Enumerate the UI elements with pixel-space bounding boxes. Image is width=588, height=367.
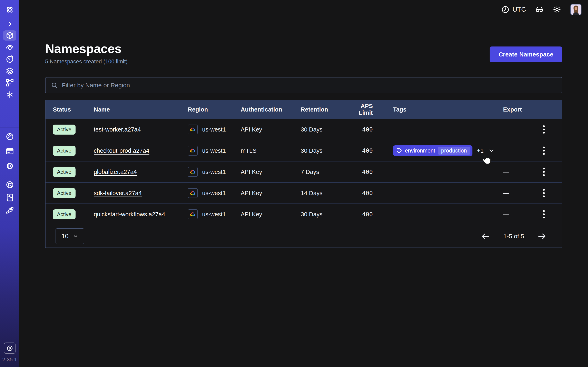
tag-value: production: [438, 147, 470, 155]
billing-badge-dollar-icon[interactable]: [4, 342, 16, 354]
namespace-link[interactable]: quickstart-workflows.a27a4: [94, 211, 165, 217]
topbar: UTC: [19, 0, 588, 19]
col-header-tags: Tags: [373, 106, 503, 113]
col-header-export: Export: [503, 106, 531, 113]
sidebar-item-asterisk-icon[interactable]: [0, 89, 19, 100]
chevron-down-icon: [73, 234, 78, 239]
export-value: —: [503, 169, 531, 175]
aps-limit-value: 400: [346, 190, 373, 197]
gcp-cloud-icon: [188, 188, 198, 198]
col-header-retention: Retention: [301, 106, 346, 113]
status-badge: Active: [53, 209, 76, 219]
export-value: —: [503, 190, 531, 197]
create-namespace-button[interactable]: Create Namespace: [490, 47, 562, 62]
status-badge: Active: [53, 146, 76, 156]
app-version: 2.35.1: [0, 356, 19, 363]
sidebar-divider: [0, 175, 19, 175]
export-value: —: [503, 126, 531, 133]
gcp-cloud-icon: [188, 209, 198, 219]
sidebar-item-gauge-icon[interactable]: [0, 129, 19, 144]
search-icon: [51, 82, 58, 89]
next-page-arrow-icon[interactable]: [537, 232, 546, 241]
auth-value: API Key: [241, 169, 301, 175]
table-row: Active quickstart-workflows.a27a4 us-wes…: [45, 203, 562, 225]
temporal-logo-icon[interactable]: [0, 5, 19, 15]
namespace-link[interactable]: globalizer.a27a4: [94, 169, 137, 175]
page-title: Namespaces: [45, 42, 128, 56]
prev-page-arrow-icon[interactable]: [481, 232, 490, 241]
gcp-cloud-icon: [188, 146, 198, 156]
theme-sun-icon[interactable]: [553, 6, 561, 14]
status-badge: Active: [53, 125, 76, 134]
sidebar-item-layers-icon[interactable]: [0, 65, 19, 77]
clock-icon: [501, 6, 509, 14]
sidebar-item-gear-icon[interactable]: [0, 159, 19, 173]
sidebar-item-rocket-icon[interactable]: [0, 204, 19, 216]
col-header-status: Status: [53, 106, 94, 113]
tag-icon: [396, 148, 402, 154]
filter-input[interactable]: [62, 82, 557, 89]
status-badge: Active: [53, 167, 76, 177]
auth-value: API Key: [241, 126, 301, 133]
tags-expand-chevron-icon[interactable]: [488, 147, 495, 154]
namespace-link[interactable]: sdk-failover.a27a4: [94, 190, 142, 196]
table-pagination: 10 1-5 of 5: [45, 225, 562, 248]
col-header-authentication: Authentication: [241, 106, 301, 113]
namespace-link[interactable]: test-worker.a27a4: [94, 126, 141, 133]
table-row: Active globalizer.a27a4 us-west1 API Key…: [45, 161, 562, 182]
page-size-select[interactable]: 10: [56, 228, 84, 244]
sidebar-item-lifebuoy-icon[interactable]: [0, 178, 19, 191]
retention-value: 30 Days: [301, 211, 346, 218]
timezone-selector[interactable]: UTC: [501, 6, 526, 14]
table-row: Active checkout-prod.a27a4 us-west1 mTLS…: [45, 140, 562, 161]
filter-bar[interactable]: [45, 77, 562, 93]
namespaces-table: Status Name Region Authentication Retent…: [45, 100, 562, 248]
region-label: us-west1: [202, 190, 226, 197]
row-actions-kebab-icon[interactable]: [541, 166, 546, 178]
page-size-value: 10: [61, 233, 68, 240]
retention-value: 14 Days: [301, 190, 346, 197]
pagination-range: 1-5 of 5: [503, 233, 524, 240]
tags-more-count: +1: [477, 147, 484, 154]
export-value: —: [503, 211, 531, 218]
aps-limit-value: 400: [346, 211, 373, 218]
sidebar-divider: [0, 127, 19, 127]
status-badge: Active: [53, 188, 76, 198]
retention-value: 7 Days: [301, 169, 346, 175]
sidebar-item-flow-icon[interactable]: [0, 77, 19, 89]
sidebar-item-docs-book-icon[interactable]: [0, 191, 19, 204]
region-label: us-west1: [202, 211, 226, 218]
row-actions-kebab-icon[interactable]: [541, 187, 546, 199]
row-actions-kebab-icon[interactable]: [541, 124, 546, 135]
sidebar-item-billing-icon[interactable]: [0, 144, 19, 159]
tag-chip[interactable]: environment production: [393, 145, 472, 156]
table-row: Active test-worker.a27a4 us-west1 API Ke…: [45, 119, 562, 140]
namespace-link[interactable]: checkout-prod.a27a4: [94, 147, 149, 154]
sidebar: 2.35.1: [0, 0, 19, 367]
auth-value: API Key: [241, 211, 301, 218]
region-label: us-west1: [202, 126, 226, 133]
col-header-name: Name: [94, 106, 188, 113]
app-root: 2.35.1 UTC Namespaces 5 Namespaces creat…: [0, 0, 588, 367]
auth-value: mTLS: [241, 147, 301, 154]
auth-value: API Key: [241, 190, 301, 197]
page-header: Namespaces 5 Namespaces created (100 lim…: [45, 42, 562, 65]
col-header-region: Region: [188, 106, 241, 113]
sidebar-item-spiral-eye-icon[interactable]: [0, 42, 19, 53]
sidebar-expand-chevron-icon[interactable]: [0, 19, 19, 29]
export-value: —: [503, 147, 531, 154]
retention-value: 30 Days: [301, 126, 346, 133]
row-actions-kebab-icon[interactable]: [541, 208, 546, 220]
tag-key: environment: [405, 148, 435, 154]
aps-limit-value: 400: [346, 126, 373, 133]
timezone-label: UTC: [512, 6, 526, 13]
user-avatar[interactable]: [571, 4, 581, 15]
gcp-cloud-icon: [188, 167, 198, 177]
sidebar-item-cube-icon[interactable]: [0, 30, 19, 42]
sidebar-item-timer-icon[interactable]: [0, 53, 19, 65]
row-actions-kebab-icon[interactable]: [541, 145, 546, 157]
col-header-aps-limit: APS Limit: [346, 103, 373, 116]
region-label: us-west1: [202, 147, 226, 154]
gcp-cloud-icon: [188, 125, 198, 134]
reader-glasses-icon[interactable]: [535, 6, 544, 14]
